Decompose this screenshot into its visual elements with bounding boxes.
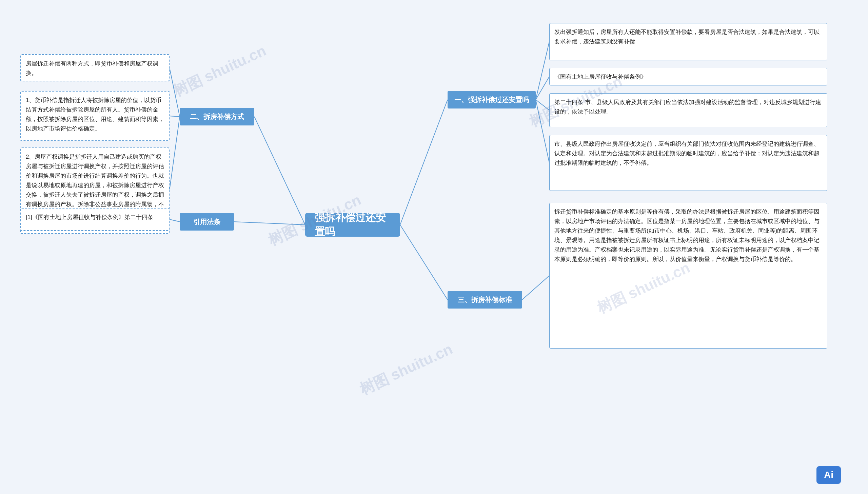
left-textbox-4: [1]《国有土地上房屋征收与补偿条例》第二十四条 — [20, 208, 170, 231]
svg-line-9 — [536, 77, 549, 100]
node-demolition-method: 二、拆房补偿方式 — [180, 108, 254, 126]
svg-line-0 — [254, 117, 305, 225]
node-strong-demolition: 一、强拆补偿过还安置吗 — [447, 91, 536, 109]
node-cited-law: 引用法条 — [180, 213, 234, 231]
right-textbox-2: 《国有土地上房屋征收与补偿条例》 — [549, 68, 827, 86]
center-node: 强拆补偿过还安置吗 — [305, 213, 400, 237]
watermark-3: 树图 shuitu.cn — [356, 339, 456, 399]
ai-badge[interactable]: Ai — [816, 466, 841, 484]
right-textbox-3: 第二十四条 市、县级人民政府及其有关部门应当依法加强对建设活动的监督管理，对违反… — [549, 93, 827, 127]
svg-line-6 — [170, 117, 180, 190]
node-compensation-standard: 三、拆房补偿标准 — [447, 291, 522, 308]
svg-line-12 — [522, 276, 549, 300]
svg-line-5 — [170, 116, 180, 117]
right-textbox-1: 发出强拆通知后，房屋所有人还能不能取得安置补偿款，要看房屋是否合法建筑，如果是合… — [549, 23, 827, 60]
svg-line-1 — [234, 222, 305, 225]
svg-line-7 — [170, 220, 180, 222]
right-textbox-5: 拆迁货币补偿标准确定的基本原则是等价有偿，采取的办法是根据被拆迁房屋的区位、用途… — [549, 203, 827, 348]
svg-line-10 — [536, 100, 549, 110]
svg-line-2 — [400, 100, 447, 225]
watermark-1: 树图 shuitu.cn — [170, 41, 269, 101]
left-textbox-2: 1、货币补偿是指拆迁人将被拆除房屋的价值，以货币结算方式补偿给被拆除房屋的所有人… — [20, 91, 170, 141]
svg-line-11 — [536, 100, 549, 163]
svg-line-4 — [170, 68, 180, 117]
right-textbox-4: 市、县级人民政府作出房屋征收决定前，应当组织有关部门依法对征收范围内未经登记的建… — [549, 135, 827, 191]
left-textbox-1: 房屋拆迁补偿有两种方式，即货币补偿和房屋产权调换。 — [20, 54, 170, 81]
svg-line-8 — [536, 42, 549, 100]
svg-line-3 — [400, 225, 447, 300]
